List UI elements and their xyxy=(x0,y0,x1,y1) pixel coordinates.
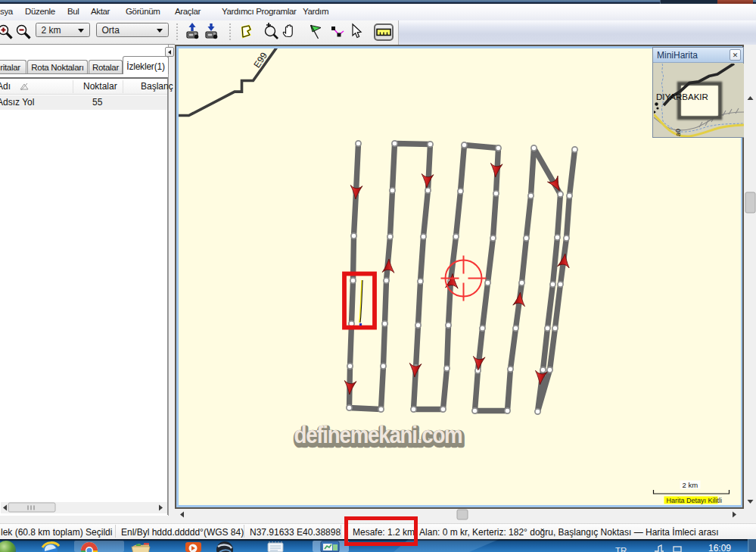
svg-text:16:09: 16:09 xyxy=(708,543,731,552)
svg-text:Harita Detayı Kilitli: Harita Detayı Kilitli xyxy=(666,497,722,504)
svg-text:E99: E99 xyxy=(251,50,269,70)
svg-text:TR: TR xyxy=(615,546,627,552)
svg-text:2 km: 2 km xyxy=(682,480,698,488)
svg-text:definemekani.com: definemekani.com xyxy=(294,420,462,448)
svg-text:a0: a0 xyxy=(674,129,682,136)
svg-text:DIYARBAKIR: DIYARBAKIR xyxy=(656,92,708,101)
